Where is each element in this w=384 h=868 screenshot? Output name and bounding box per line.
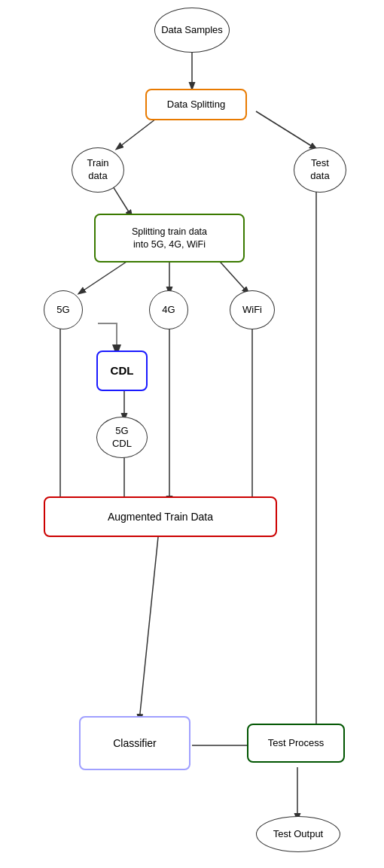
diagram: Data Samples Data Splitting Traindata Te… [0,0,384,868]
wifi-node: WiFi [230,290,275,329]
splitting-train-node: Splitting train datainto 5G, 4G, WiFi [94,214,245,263]
test-output-node: Test Output [256,816,340,852]
data-splitting-node: Data Splitting [145,89,247,120]
augmented-train-node: Augmented Train Data [44,496,277,537]
data-samples-node: Data Samples [154,8,230,53]
5g-cdl-node: 5GCDL [96,417,148,458]
train-data-node: Traindata [72,147,124,193]
svg-line-2 [256,111,316,149]
test-data-node: Testdata [294,147,346,193]
classifier-node: Classifier [79,716,190,770]
cdl-node: CDL [96,351,148,391]
svg-line-9 [139,537,158,721]
test-process-node: Test Process [247,724,345,763]
4g-node: 4G [149,290,188,329]
5g-node: 5G [44,290,83,329]
